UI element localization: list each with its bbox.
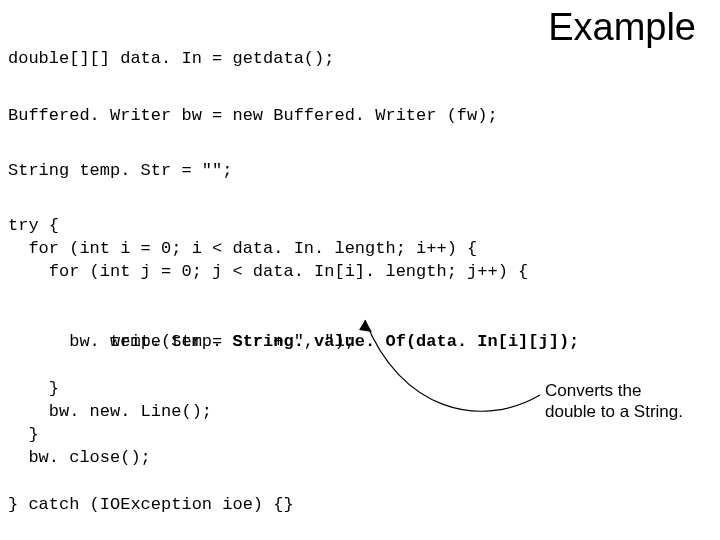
- code-line-10: bw. new. Line();: [8, 401, 212, 424]
- callout-text: Converts the double to a String.: [545, 380, 715, 423]
- code-line-8: bw. write(temp. Str + ", ");: [8, 331, 355, 354]
- code-line-13: } catch (IOException ioe) {}: [8, 494, 294, 517]
- code-line-4: try {: [8, 215, 59, 238]
- code-line-3: String temp. Str = "";: [8, 160, 232, 183]
- code-line-6: for (int j = 0; j < data. In[i]. length;…: [8, 261, 528, 284]
- callout-line-1: Converts the: [545, 381, 641, 400]
- callout-line-2: double to a String.: [545, 402, 683, 421]
- code-line-1: double[][] data. In = getdata();: [8, 48, 334, 71]
- code-line-11: }: [8, 424, 39, 447]
- slide-title: Example: [548, 6, 696, 49]
- code-line-9: }: [8, 378, 59, 401]
- code-line-12: bw. close();: [8, 447, 151, 470]
- code-line-2: Buffered. Writer bw = new Buffered. Writ…: [8, 105, 498, 128]
- code-line-5: for (int i = 0; i < data. In. length; i+…: [8, 238, 477, 261]
